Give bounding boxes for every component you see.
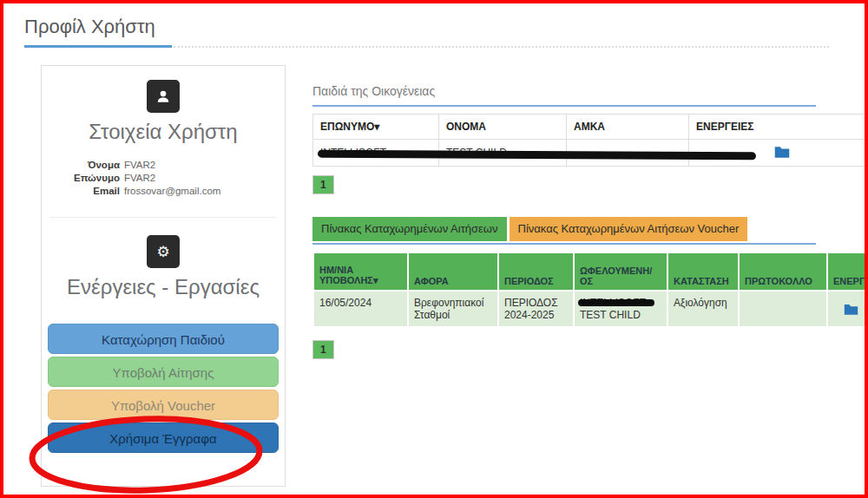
cell-actions: |	[827, 291, 868, 327]
folder-icon[interactable]	[844, 303, 858, 315]
children-table: ΕΠΩΝΥΜΟ▾ ΟΝΟΜΑ ΑΜΚΑ ΕΝΕΡΓΕΙΕΣ INTELLISOF…	[312, 114, 816, 167]
cell-beneficiary: INTELLISOFT TEST CHILD	[574, 291, 667, 327]
tab-registered-applications[interactable]: Πίνακας Καταχωρημένων Αιτήσεων	[312, 217, 507, 241]
sidebar-panel: Στοιχεία Χρήστη Όνομα FVAR2 Επώνυμο FVAR…	[41, 65, 286, 487]
applications-table: ΗΜ/ΝΙΑ ΥΠΟΒΟΛΗΣ▾ ΑΦΟΡΑ ΠΕΡΙΟΔΟΣ ΩΦΕΛΟΥΜΕ…	[312, 252, 816, 328]
children-pagination-page-1[interactable]: 1	[312, 175, 334, 194]
cell-concerns: Βρεφονηπιακοί Σταθμοί	[408, 291, 498, 327]
children-table-title: Παιδιά της Οικογένειας	[312, 84, 435, 98]
submit-voucher-button[interactable]: Υποβολή Voucher	[48, 390, 279, 420]
page-title: Προφίλ Χρήστη	[24, 16, 155, 38]
actions-section-title: Ενέργειες - Εργασίες	[42, 275, 285, 299]
cell-protocol	[739, 291, 827, 327]
header-concerns[interactable]: ΑΦΟΡΑ	[408, 252, 498, 291]
user-details: Όνομα FVAR2 Επώνυμο FVAR2 Email frossova…	[42, 160, 285, 196]
header-status[interactable]: ΚΑΤΑΣΤΑΣΗ	[667, 252, 739, 291]
header-actions: ΕΝΕΡΓΕΙΕΣ	[827, 252, 868, 291]
submit-application-button[interactable]: Υποβολή Αίτησης	[48, 357, 279, 387]
dotted-divider	[174, 46, 829, 48]
field-email-value: frossovar@gmail.com	[124, 186, 285, 196]
field-email-label: Email	[42, 186, 124, 196]
field-name-value: FVAR2	[124, 160, 285, 170]
redaction-bar	[578, 299, 654, 306]
folder-icon[interactable]	[774, 145, 790, 158]
children-table-header-row: ΕΠΩΝΥΜΟ▾ ΟΝΟΜΑ ΑΜΚΑ ΕΝΕΡΓΕΙΕΣ	[313, 115, 868, 140]
cell-submission-date: 16/05/2024	[313, 291, 408, 327]
field-name: Όνομα FVAR2	[42, 160, 285, 170]
header-name[interactable]: ΟΝΟΜΑ	[439, 115, 567, 140]
application-tabs: Πίνακας Καταχωρημένων Αιτήσεων Πίνακας Κ…	[312, 217, 747, 241]
header-amka[interactable]: ΑΜΚΑ	[567, 115, 689, 140]
sort-desc-icon: ▾	[373, 275, 378, 285]
field-surname: Επώνυμο FVAR2	[42, 173, 285, 183]
applications-table-rule	[312, 243, 816, 245]
register-child-button[interactable]: Καταχώρηση Παιδιού	[48, 324, 279, 354]
title-underline	[24, 45, 172, 48]
header-protocol[interactable]: ΠΡΩΤΟΚΟΛΛΟ	[739, 252, 827, 291]
header-submission-date[interactable]: ΗΜ/ΝΙΑ ΥΠΟΒΟΛΗΣ▾	[313, 252, 408, 291]
sort-desc-icon: ▾	[374, 121, 379, 133]
user-icon-box	[147, 80, 180, 113]
applications-pagination-page-1[interactable]: 1	[312, 340, 334, 359]
field-surname-label: Επώνυμο	[42, 173, 124, 183]
header-actions: ΕΝΕΡΓΕΙΕΣ	[689, 115, 868, 140]
gear-icon-box: ⚙	[147, 235, 180, 268]
cell-status: Αξιολόγηση	[667, 291, 739, 327]
header-surname[interactable]: ΕΠΩΝΥΜΟ▾	[313, 115, 439, 140]
icon-separator: |	[864, 303, 866, 315]
header-period[interactable]: ΠΕΡΙΟΔΟΣ	[498, 252, 574, 291]
tab-registered-voucher-applications[interactable]: Πίνακας Καταχωρημένων Αιτήσεων Voucher	[510, 217, 748, 241]
gear-icon: ⚙	[156, 245, 169, 259]
user-section-title: Στοιχεία Χρήστη	[42, 120, 285, 144]
user-icon	[155, 88, 172, 105]
applications-table-row: 16/05/2024 Βρεφονηπιακοί Σταθμοί ΠΕΡΙΟΔΟ…	[313, 291, 868, 327]
field-name-label: Όνομα	[42, 160, 124, 170]
sidebar-divider	[50, 217, 276, 218]
header-beneficiary[interactable]: ΩΦΕΛΟΥΜΕΝΗ/ΟΣ	[574, 252, 667, 291]
useful-documents-button[interactable]: Χρήσιμα Έγγραφα	[48, 423, 279, 453]
beneficiary-name: TEST CHILD	[580, 309, 661, 321]
field-surname-value: FVAR2	[124, 173, 285, 183]
field-email: Email frossovar@gmail.com	[42, 186, 285, 196]
action-buttons: Καταχώρηση Παιδιού Υποβολή Αίτησης Υποβο…	[42, 324, 285, 453]
applications-header-row: ΗΜ/ΝΙΑ ΥΠΟΒΟΛΗΣ▾ ΑΦΟΡΑ ΠΕΡΙΟΔΟΣ ΩΦΕΛΟΥΜΕ…	[313, 252, 868, 291]
cell-period: ΠΕΡΙΟΔΟΣ 2024-2025	[498, 291, 574, 327]
children-table-rule	[312, 105, 816, 107]
